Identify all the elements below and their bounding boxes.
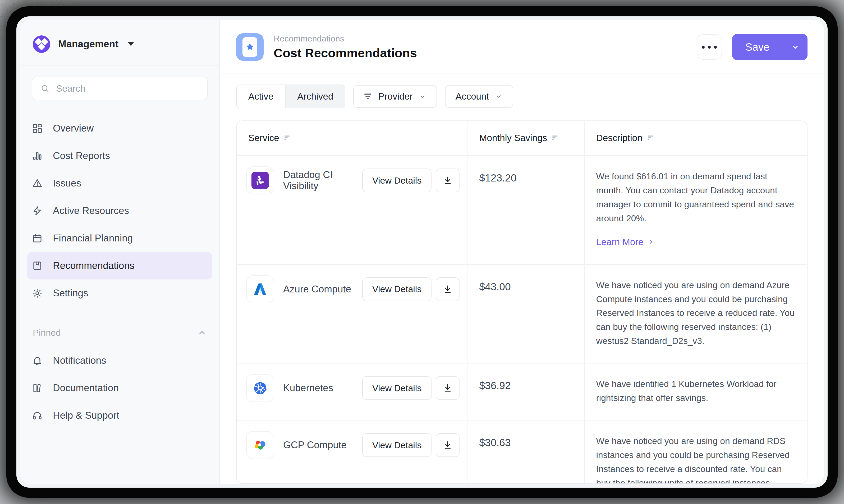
provider-filter-button[interactable]: Provider <box>353 85 437 108</box>
service-name: GCP Compute <box>283 439 362 451</box>
account-filter-label: Account <box>455 91 489 102</box>
bar-chart-icon <box>32 150 43 161</box>
sidebar-item-documentation[interactable]: Documentation <box>20 374 219 402</box>
download-icon <box>443 383 453 393</box>
sidebar-item-label: Notifications <box>53 355 106 366</box>
sidebar-item-settings[interactable]: Settings <box>20 280 219 307</box>
chevron-down-icon <box>418 92 427 101</box>
pinned-section-header[interactable]: Pinned <box>20 314 219 345</box>
gear-icon <box>32 288 43 299</box>
headphones-icon <box>32 410 43 421</box>
workspace-logo <box>33 35 50 53</box>
recommendation-description: We have noticed you are using on demand … <box>584 265 807 363</box>
sidebar-item-label: Recommendations <box>53 260 134 271</box>
service-logo-chip <box>246 166 274 194</box>
books-icon <box>32 382 43 394</box>
filter-icon <box>364 92 372 101</box>
gcp-icon <box>253 437 268 453</box>
status-segmented-control: Active Archived <box>236 85 345 108</box>
page-title: Cost Recommendations <box>274 46 417 60</box>
download-button[interactable] <box>436 168 460 192</box>
bell-icon <box>32 355 43 366</box>
download-button[interactable] <box>436 376 460 400</box>
service-logo-chip <box>246 275 274 303</box>
sort-icon <box>284 135 291 141</box>
divider <box>20 65 219 66</box>
workspace-switcher[interactable]: Management <box>20 20 219 65</box>
sidebar-item-label: Issues <box>53 178 81 189</box>
service-name: Kubernetes <box>283 382 362 394</box>
search-input[interactable] <box>56 83 199 94</box>
view-details-button[interactable]: View Details <box>362 277 432 301</box>
table-header-row: Service Monthly Savings Description <box>237 121 807 155</box>
sidebar-item-help-support[interactable]: Help & Support <box>20 402 219 429</box>
recommendation-description: We have noticed you are using on demand … <box>584 420 807 484</box>
chevron-down-icon <box>495 92 503 101</box>
table-row: Kubernetes View Details $36.92 We have i… <box>237 363 807 420</box>
account-filter-button[interactable]: Account <box>445 85 513 108</box>
breadcrumb: Recommendations <box>274 34 417 43</box>
star-icon <box>245 42 255 52</box>
sidebar-item-label: Cost Reports <box>53 150 110 161</box>
sidebar-item-label: Financial Planning <box>53 233 133 244</box>
download-button[interactable] <box>436 277 460 301</box>
chevron-up-icon <box>197 328 207 337</box>
app-window: Management Overview Cost Reports Issues <box>16 16 828 488</box>
sidebar-nav: Overview Cost Reports Issues Active Reso… <box>20 115 219 307</box>
table-row: Datadog CI Visibility View Details $123.… <box>237 155 807 264</box>
workspace-name: Management <box>58 39 118 50</box>
sidebar-item-recommendations[interactable]: Recommendations <box>27 252 212 280</box>
recommendations-table: Service Monthly Savings Description <box>236 121 808 484</box>
column-header-monthly-savings[interactable]: Monthly Savings <box>467 121 584 155</box>
learn-more-link[interactable]: Learn More <box>596 235 655 249</box>
view-details-button[interactable]: View Details <box>362 376 432 400</box>
chevron-down-icon <box>791 42 800 52</box>
sidebar-item-label: Help & Support <box>53 410 119 421</box>
sidebar-item-label: Documentation <box>53 382 119 394</box>
overview-icon <box>32 123 43 134</box>
sidebar-item-issues[interactable]: Issues <box>20 169 219 197</box>
monthly-savings-value: $43.00 <box>467 265 584 363</box>
monthly-savings-value: $36.92 <box>467 363 584 420</box>
sidebar-item-label: Active Resources <box>53 205 129 216</box>
kubernetes-icon <box>252 380 268 396</box>
download-button[interactable] <box>436 433 460 457</box>
column-header-service[interactable]: Service <box>237 121 467 155</box>
sidebar-item-active-resources[interactable]: Active Resources <box>20 197 219 224</box>
page-icon <box>236 33 264 61</box>
tab-archived[interactable]: Archived <box>285 85 345 108</box>
pinned-nav: Notifications Documentation Help & Suppo… <box>20 347 219 429</box>
table-row: GCP Compute View Details $30.63 We have … <box>237 420 807 484</box>
save-button[interactable]: Save <box>732 34 783 60</box>
search-input-wrap[interactable] <box>32 77 208 101</box>
sidebar-item-notifications[interactable]: Notifications <box>20 347 219 374</box>
download-icon <box>443 175 453 185</box>
sidebar-item-label: Overview <box>53 123 93 134</box>
search-icon <box>40 84 50 93</box>
lightning-icon <box>32 205 43 216</box>
pinned-label: Pinned <box>33 327 61 338</box>
download-icon <box>443 284 453 294</box>
service-name: Datadog CI Visibility <box>283 169 362 192</box>
chevron-right-icon <box>647 238 655 246</box>
provider-filter-label: Provider <box>378 91 412 102</box>
sidebar-item-cost-reports[interactable]: Cost Reports <box>20 142 219 169</box>
sidebar-item-overview[interactable]: Overview <box>20 115 219 142</box>
datadog-icon <box>252 172 269 189</box>
download-icon <box>443 440 453 450</box>
save-split-button: Save <box>732 34 808 60</box>
more-actions-button[interactable] <box>697 34 722 60</box>
view-details-button[interactable]: View Details <box>362 168 432 192</box>
save-dropdown-button[interactable] <box>783 34 808 60</box>
sort-icon <box>647 135 654 141</box>
filter-bar: Active Archived Provider Account <box>220 73 824 118</box>
sidebar: Management Overview Cost Reports Issues <box>20 20 220 484</box>
tab-active[interactable]: Active <box>237 85 285 108</box>
sidebar-item-financial-planning[interactable]: Financial Planning <box>20 224 219 252</box>
column-header-description[interactable]: Description <box>584 121 807 155</box>
page-header: Recommendations Cost Recommendations Sav… <box>220 20 824 73</box>
view-details-button[interactable]: View Details <box>362 433 432 457</box>
bookmark-icon <box>32 260 43 271</box>
main-content: Recommendations Cost Recommendations Sav… <box>220 20 824 484</box>
recommendation-description: We have identified 1 Kubernetes Workload… <box>584 363 807 420</box>
